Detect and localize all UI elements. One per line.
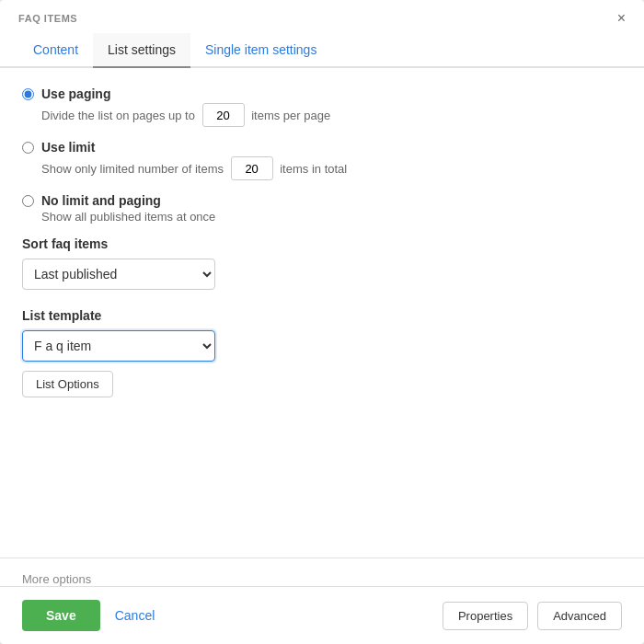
use-paging-option: Use paging Divide the list on pages up t… (22, 86, 622, 127)
no-limit-option: No limit and paging Show all published i… (22, 193, 622, 224)
advanced-button[interactable]: Advanced (537, 602, 622, 630)
no-limit-label[interactable]: No limit and paging (41, 193, 215, 208)
use-limit-option: Use limit Show only limited number of it… (22, 140, 622, 180)
modal-body: Use paging Divide the list on pages up t… (0, 68, 644, 558)
no-limit-desc: Show all published items at once (41, 210, 215, 224)
footer-right: Properties Advanced (443, 602, 622, 630)
modal-title: FAQ ITEMS (18, 13, 77, 24)
more-options-label[interactable]: More options (22, 572, 91, 586)
tab-bar: Content List settings Single item settin… (0, 33, 644, 68)
sort-label: Sort faq items (22, 236, 622, 251)
use-paging-radio[interactable] (22, 88, 34, 100)
no-limit-radio[interactable] (22, 195, 34, 207)
close-button[interactable]: × (617, 11, 626, 26)
use-limit-label[interactable]: Use limit (41, 140, 347, 155)
template-label: List template (22, 308, 622, 323)
use-paging-desc-suffix: items per page (251, 109, 330, 122)
properties-button[interactable]: Properties (443, 602, 528, 630)
use-paging-label[interactable]: Use paging (41, 86, 330, 101)
use-paging-content: Use paging Divide the list on pages up t… (41, 86, 330, 127)
template-section: List template F a q item Default Custom … (22, 308, 622, 397)
use-limit-desc-suffix: items in total (280, 162, 347, 176)
list-options-button[interactable]: List Options (22, 371, 113, 397)
use-paging-desc: Divide the list on pages up to items per… (41, 103, 330, 127)
no-limit-content: No limit and paging Show all published i… (41, 193, 215, 224)
use-paging-input[interactable] (202, 103, 245, 127)
tab-list-settings[interactable]: List settings (93, 33, 190, 68)
sort-dropdown[interactable]: Last published First published Alphabeti… (22, 259, 215, 290)
use-limit-desc-prefix: Show only limited number of items (41, 162, 224, 176)
tab-single-item-settings[interactable]: Single item settings (190, 33, 331, 68)
use-limit-content: Use limit Show only limited number of it… (41, 140, 347, 180)
use-limit-desc: Show only limited number of items items … (41, 156, 347, 180)
modal-footer: Save Cancel Properties Advanced (0, 586, 644, 644)
sort-section: Sort faq items Last published First publ… (22, 236, 622, 290)
more-options-section: More options (0, 558, 644, 586)
use-limit-input[interactable] (231, 156, 273, 180)
tab-content[interactable]: Content (18, 33, 93, 68)
modal-header: FAQ ITEMS × (0, 0, 644, 26)
faq-items-modal: FAQ ITEMS × Content List settings Single… (0, 0, 644, 644)
save-button[interactable]: Save (22, 600, 100, 631)
cancel-button[interactable]: Cancel (111, 600, 159, 631)
template-dropdown[interactable]: F a q item Default Custom (22, 330, 215, 362)
use-paging-desc-prefix: Divide the list on pages up to (41, 109, 195, 122)
use-limit-radio[interactable] (22, 142, 34, 154)
